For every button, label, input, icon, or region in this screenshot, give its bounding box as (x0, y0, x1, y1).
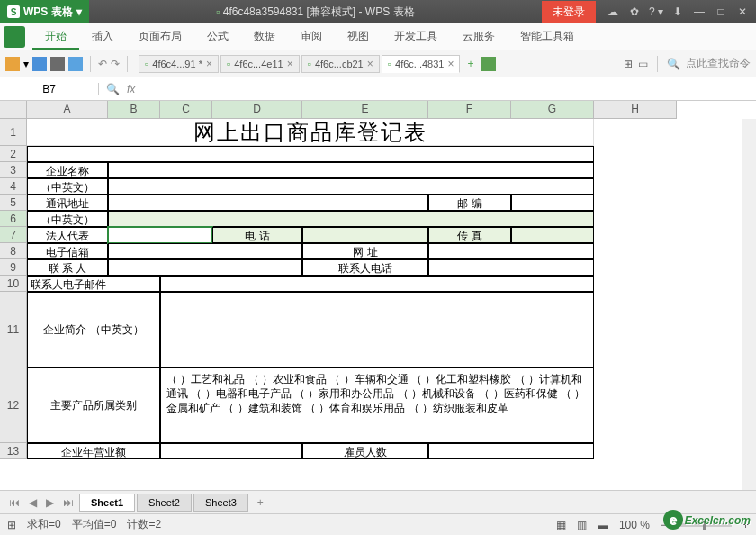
cell[interactable] (27, 146, 594, 162)
cell[interactable]: 电 话 (212, 227, 302, 243)
document-tab[interactable]: ▫ 4f6c...cb21 × (302, 55, 380, 73)
cell[interactable] (428, 443, 594, 459)
print-icon[interactable] (50, 57, 65, 71)
undo-icon[interactable]: ↶ (98, 58, 107, 70)
login-button[interactable]: 未登录 (542, 1, 596, 23)
sheet-nav-prev-icon[interactable]: ◀ (25, 496, 40, 509)
close-button[interactable]: ✕ (733, 5, 752, 18)
view-normal-icon[interactable]: ▦ (556, 519, 566, 531)
row-header[interactable]: 10 (0, 276, 27, 292)
spreadsheet-grid[interactable]: ABCDEFGH 12345678910111213 网上出口商品库登记表企业名… (0, 101, 756, 490)
cell[interactable] (160, 443, 302, 459)
cell[interactable]: （中英文） (27, 178, 108, 195)
menu-tab[interactable]: 公式 (194, 24, 241, 48)
add-sheet-icon[interactable]: + (250, 496, 271, 509)
cell[interactable]: 传 真 (428, 227, 511, 243)
column-header[interactable]: F (428, 101, 511, 119)
column-header[interactable]: A (27, 101, 108, 119)
cell[interactable] (108, 243, 302, 259)
document-tab[interactable]: ▫ 4f6c...4831 × (382, 55, 461, 73)
cell[interactable]: 电子信箱 (27, 243, 108, 259)
cell[interactable]: 企业简介 （中英文） (27, 292, 160, 367)
row-header[interactable]: 6 (0, 211, 27, 227)
workspace-icon[interactable] (482, 57, 496, 71)
close-tab-icon[interactable]: × (287, 58, 293, 70)
app-dropdown-icon[interactable]: ▾ (76, 5, 82, 18)
close-tab-icon[interactable]: × (447, 58, 454, 70)
document-tab[interactable]: ▫ 4f6c4...91 * × (139, 55, 219, 73)
name-box[interactable]: B7 (0, 83, 99, 95)
row-header[interactable]: 2 (0, 146, 27, 162)
cell[interactable]: 法人代表 (27, 227, 108, 243)
close-tab-icon[interactable]: × (206, 58, 212, 70)
fx-label[interactable]: fx (127, 83, 135, 95)
row-header[interactable]: 3 (0, 162, 27, 178)
row-header[interactable]: 13 (0, 443, 27, 459)
cell[interactable]: （中英文） (27, 211, 108, 227)
close-tab-icon[interactable]: × (367, 58, 374, 70)
sheet-nav-next-icon[interactable]: ▶ (42, 496, 58, 509)
cell[interactable]: 联系人电话 (302, 259, 428, 276)
tool-icon-2[interactable]: ▭ (638, 58, 648, 70)
menu-tab[interactable]: 数据 (241, 24, 288, 48)
open-dropdown-icon[interactable]: ▾ (23, 58, 29, 70)
column-header[interactable]: G (511, 101, 594, 119)
cell[interactable] (160, 292, 594, 367)
cell[interactable]: 联系人电子邮件 (27, 276, 160, 292)
column-header[interactable]: B (108, 101, 160, 119)
cell[interactable]: 企业年营业额 (27, 443, 160, 459)
sheet-nav-first-icon[interactable]: ⏮ (5, 496, 23, 509)
menu-tab[interactable]: 云服务 (450, 24, 508, 48)
menu-tab[interactable]: 页面布局 (126, 24, 194, 48)
cell[interactable]: 通讯地址 (27, 195, 108, 211)
menu-tab[interactable]: 开始 (32, 24, 79, 50)
redo-icon[interactable]: ↷ (111, 58, 120, 70)
menu-tab[interactable]: 插入 (79, 24, 126, 48)
sheet-tab[interactable]: Sheet2 (137, 494, 192, 512)
cell[interactable] (511, 227, 594, 243)
wps-logo-icon[interactable] (4, 26, 25, 48)
sheet-tab[interactable]: Sheet1 (79, 494, 135, 512)
menu-tab[interactable]: 视图 (335, 24, 382, 48)
row-header[interactable]: 12 (0, 367, 27, 443)
search-text[interactable]: 点此查找命令 (686, 56, 751, 71)
status-layout-icon[interactable]: ⊞ (7, 519, 16, 531)
column-header[interactable]: C (160, 101, 212, 119)
row-header[interactable]: 9 (0, 259, 27, 276)
cell[interactable] (428, 259, 594, 276)
cell[interactable]: 邮 编 (428, 195, 511, 211)
column-header[interactable]: H (594, 101, 677, 119)
menu-tab[interactable]: 审阅 (288, 24, 335, 48)
search-icon[interactable]: 🔍 (667, 58, 680, 70)
menu-tab[interactable]: 智能工具箱 (508, 24, 587, 48)
row-header[interactable]: 5 (0, 195, 27, 211)
menu-tab[interactable]: 开发工具 (382, 24, 450, 48)
row-header[interactable]: 11 (0, 292, 27, 367)
maximize-button[interactable]: □ (711, 5, 731, 18)
row-header[interactable]: 7 (0, 227, 27, 243)
download-icon[interactable]: ⬇ (668, 5, 688, 18)
cell[interactable]: （ ）工艺和礼品 （ ）农业和食品 （ ）车辆和交通 （ ）化工和塑料橡胶 （ … (160, 367, 594, 443)
view-page-icon[interactable]: ▥ (577, 519, 587, 531)
cell[interactable] (108, 211, 594, 227)
cell[interactable] (108, 195, 428, 211)
tool-icon-1[interactable]: ⊞ (624, 58, 633, 70)
minimize-button[interactable]: — (689, 5, 709, 18)
cell[interactable]: 联 系 人 (27, 259, 108, 276)
zoom-level[interactable]: 100 % (619, 519, 650, 531)
fx-search-icon[interactable]: 🔍 (106, 83, 120, 95)
cell[interactable] (302, 227, 428, 243)
select-all-corner[interactable] (0, 101, 27, 119)
vertical-scrollbar[interactable] (742, 119, 756, 490)
cell[interactable] (160, 276, 594, 292)
skin-icon[interactable]: ✿ (625, 5, 644, 18)
new-tab-icon[interactable]: + (467, 58, 473, 70)
sheet-nav-last-icon[interactable]: ⏭ (59, 496, 77, 509)
cell[interactable]: 主要产品所属类别 (27, 367, 160, 443)
sheet-tab[interactable]: Sheet3 (194, 494, 248, 512)
preview-icon[interactable] (68, 57, 83, 71)
cell[interactable] (108, 227, 212, 243)
cloud-icon[interactable]: ☁ (603, 5, 623, 18)
cell[interactable] (108, 178, 594, 195)
cell[interactable] (511, 195, 594, 211)
